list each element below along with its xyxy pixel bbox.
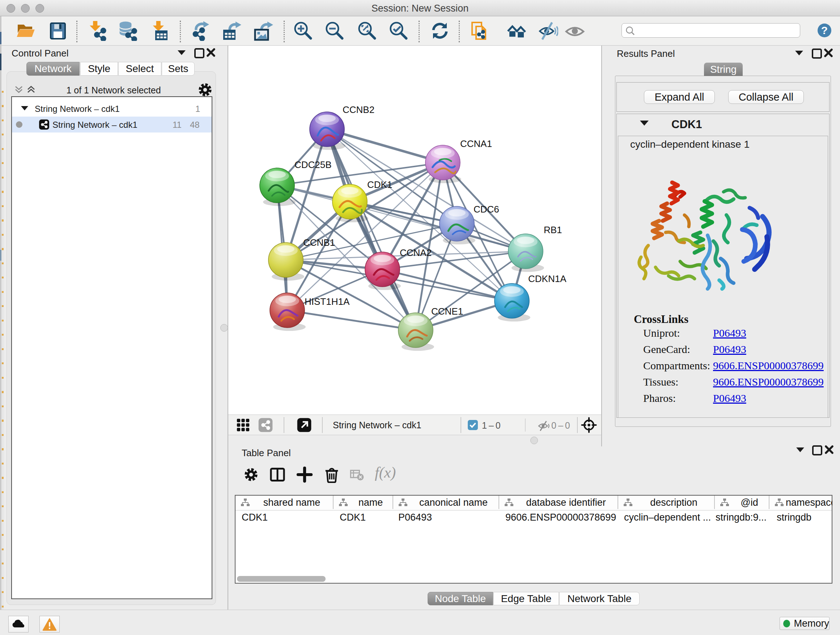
svg-text:CDK1: CDK1	[367, 179, 392, 190]
svg-text:CCNB2: CCNB2	[343, 104, 374, 115]
svg-text:CDKN1A: CDKN1A	[528, 273, 567, 284]
svg-text:CCNE1: CCNE1	[431, 306, 463, 317]
svg-text:RB1: RB1	[544, 225, 562, 235]
svg-text:CCNA2: CCNA2	[400, 247, 431, 258]
svg-text:CDC25B: CDC25B	[294, 159, 332, 170]
svg-text:HIST1H1A: HIST1H1A	[305, 296, 350, 307]
svg-text:CCNA1: CCNA1	[460, 138, 492, 149]
svg-text:CDC6: CDC6	[474, 204, 499, 215]
svg-text:CCNB1: CCNB1	[303, 237, 335, 248]
